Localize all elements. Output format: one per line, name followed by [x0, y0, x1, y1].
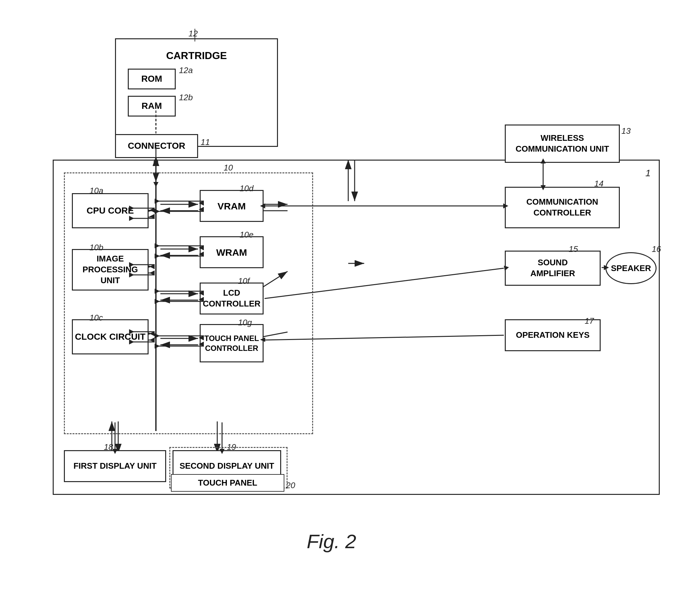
cpu-core-box: CPU CORE: [72, 193, 149, 228]
lcd-controller-box: LCD CONTROLLER: [200, 283, 264, 314]
ref-10d: 10d: [240, 184, 253, 193]
ref-18: 18: [104, 442, 113, 452]
ref-12a: 12a: [179, 66, 193, 75]
vram-box: VRAM: [200, 190, 264, 222]
touch-panel-controller-box: TOUCH PANEL CONTROLLER: [200, 324, 264, 362]
ref-10g: 10g: [238, 318, 252, 327]
ref-14: 14: [594, 179, 604, 189]
rom-box: ROM: [128, 69, 176, 89]
wram-box: WRAM: [200, 236, 264, 268]
touch-panel-label-box: TOUCH PANEL: [171, 474, 284, 492]
ref-10e: 10e: [240, 230, 253, 240]
ref-10: 10: [224, 163, 233, 173]
ref-1: 1: [645, 168, 651, 179]
diagram: CARTRIDGE ROM RAM 12 12a 12b CONNECTOR 1…: [25, 13, 671, 556]
ref-11: 11: [201, 137, 210, 147]
sound-amplifier-box: SOUND AMPLIFIER: [505, 251, 601, 286]
ref-15: 15: [569, 244, 578, 254]
ref-12: 12: [188, 29, 198, 39]
ref-20: 20: [286, 481, 295, 490]
ref-10c: 10c: [89, 313, 103, 323]
figure-label: Fig. 2: [307, 530, 356, 553]
comm-controller-box: COMMUNICATION CONTROLLER: [505, 187, 620, 228]
clock-circuit-box: CLOCK CIRCUIT: [72, 319, 149, 355]
ref-10b: 10b: [89, 242, 103, 253]
ref-12b: 12b: [179, 93, 193, 102]
connector-box: CONNECTOR: [115, 134, 198, 158]
speaker-oval: SPEAKER: [605, 252, 657, 284]
ref-10f: 10f: [238, 276, 250, 286]
image-processing-box: IMAGE PROCESSING UNIT: [72, 249, 149, 291]
first-display-box: FIRST DISPLAY UNIT: [64, 450, 166, 482]
ref-13: 13: [621, 126, 631, 136]
ref-16: 16: [652, 244, 661, 254]
wireless-comm-box: WIRELESS COMMUNICATION UNIT: [505, 124, 620, 163]
ref-17: 17: [585, 316, 594, 326]
cartridge-box: CARTRIDGE: [120, 43, 273, 69]
ref-10a: 10a: [89, 186, 103, 196]
ram-box: RAM: [128, 96, 176, 116]
